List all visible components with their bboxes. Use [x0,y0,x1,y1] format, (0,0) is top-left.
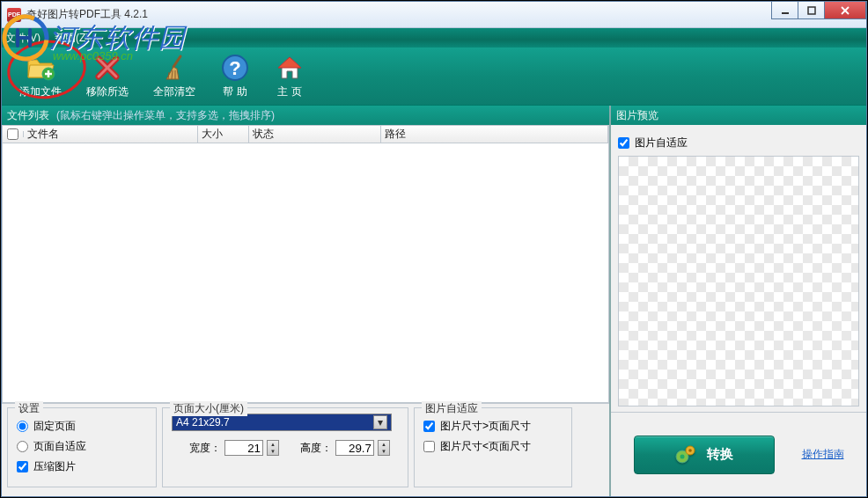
grid-body[interactable] [3,143,608,402]
height-spinner[interactable]: ▲▼ [378,440,390,456]
file-list-hint: (鼠标右键弹出操作菜单，支持多选，拖拽排序) [56,108,275,123]
preset-value: A4 21x29.7 [176,416,230,428]
broom-icon [159,53,189,83]
svg-rect-1 [808,7,815,14]
select-all-checkbox[interactable] [7,128,18,140]
width-input[interactable] [224,440,263,456]
col-status[interactable]: 状态 [249,126,381,143]
grid-header: 文件名 大小 状态 路径 [3,126,608,143]
img-gt-page-checkbox[interactable]: 图片尺寸>页面尺寸 [423,419,563,434]
app-icon: PDF [7,8,21,22]
settings-group: 设置 固定页面 页面自适应 压缩图片 [7,407,157,487]
col-filename[interactable]: 文件名 [24,126,198,143]
image-autofit-legend: 图片自适应 [422,401,482,416]
img-lt-page-checkbox[interactable]: 图片尺寸<页面尺寸 [423,439,563,454]
menu-help[interactable]: 帮助(Z) [55,31,89,46]
auto-page-radio[interactable]: 页面自适应 [17,439,147,454]
home-icon [275,53,305,83]
clear-label: 全部清空 [153,84,195,99]
gear-icon [675,444,696,465]
file-grid[interactable]: 文件名 大小 状态 路径 [2,125,609,403]
file-list-title: 文件列表 [7,108,49,123]
page-size-legend: 页面大小(厘米) [170,401,247,416]
svg-line-11 [173,56,180,67]
help-label: 帮 助 [223,84,246,99]
titlebar: PDF 奇好图片转PDF工具 4.2.1 [2,2,866,28]
settings-legend: 设置 [15,401,43,416]
svg-point-20 [688,449,692,452]
guide-link[interactable]: 操作指南 [802,447,844,462]
convert-button[interactable]: 转换 [634,436,775,474]
toolbar: 添加文件 移除所选 全部清空 ? 帮 助 主 页 [2,48,866,106]
compress-checkbox[interactable]: 压缩图片 [17,459,147,474]
preview-header: 图片预览 [611,106,866,125]
page-size-group: 页面大小(厘米) A4 21x29.7 ▾ 宽度： ▲▼ [162,407,408,487]
col-checkbox[interactable] [3,131,24,137]
convert-label: 转换 [707,446,733,463]
image-autofit-group: 图片自适应 图片尺寸>页面尺寸 图片尺寸<页面尺寸 [414,407,572,487]
clear-all-button[interactable]: 全部清空 [153,53,195,99]
maximize-button[interactable] [798,2,824,19]
svg-text:?: ? [229,57,240,79]
minimize-button[interactable] [771,2,798,19]
preview-title: 图片预览 [616,108,658,123]
remove-selected-button[interactable]: 移除所选 [86,53,129,99]
window-title: 奇好图片转PDF工具 4.2.1 [26,7,148,22]
preview-canvas [618,156,859,406]
width-label: 宽度： [189,441,221,456]
help-icon: ? [220,53,250,83]
file-list-header: 文件列表 (鼠标右键弹出操作菜单，支持多选，拖拽排序) [2,106,609,125]
svg-point-18 [680,454,684,458]
remove-label: 移除所选 [86,84,129,99]
fixed-page-radio[interactable]: 固定页面 [17,419,147,434]
width-spinner[interactable]: ▲▼ [267,440,279,456]
help-button[interactable]: ? 帮 助 [220,53,250,99]
height-input[interactable] [335,440,374,456]
col-path[interactable]: 路径 [381,126,608,143]
menubar: 文件(V) 帮助(Z) [2,28,866,48]
close-button[interactable] [824,2,866,19]
page-preset-select[interactable]: A4 21x29.7 ▾ [172,414,392,431]
col-size[interactable]: 大小 [198,126,249,143]
add-file-label: 添加文件 [19,84,62,99]
preview-autofit-checkbox[interactable]: 图片自适应 [618,135,859,150]
home-button[interactable]: 主 页 [275,53,305,99]
folder-add-icon [26,53,55,83]
height-label: 高度： [300,441,332,456]
remove-icon [92,53,122,83]
home-label: 主 页 [277,84,301,99]
chevron-down-icon: ▾ [373,415,387,429]
menu-file[interactable]: 文件(V) [5,31,40,46]
add-file-button[interactable]: 添加文件 [19,53,62,99]
